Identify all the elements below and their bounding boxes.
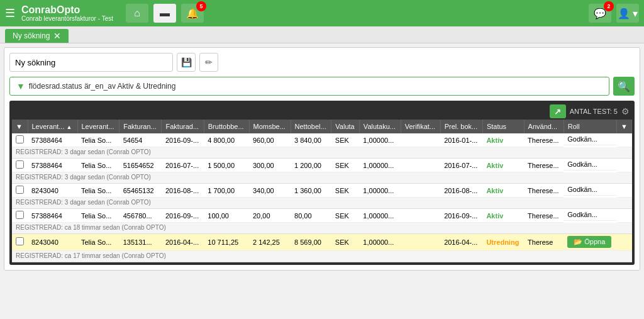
- row-vat: 2 142,25: [249, 234, 291, 251]
- row-expand[interactable]: [617, 184, 632, 198]
- chat-button[interactable]: 💬 2: [589, 4, 611, 23]
- col-leverant2[interactable]: Leverant...: [77, 120, 119, 133]
- row-gross: 4 800,00: [204, 133, 249, 147]
- row-invoice-date: 2016-04-...: [162, 234, 204, 251]
- save-search-button[interactable]: 💾: [177, 53, 196, 72]
- row-invoice-no: 456780...: [119, 209, 162, 223]
- row-role: Godkän...: [564, 209, 616, 221]
- col-leverant1[interactable]: Leverant... ▲: [28, 120, 77, 133]
- row-expand[interactable]: [617, 209, 632, 223]
- row-rate: 1,00000...: [359, 133, 401, 147]
- row-status: Aktiv: [482, 209, 524, 223]
- col-fakturan[interactable]: Fakturan...: [119, 120, 162, 133]
- row-rate: 1,00000...: [359, 209, 401, 223]
- open-button[interactable]: 📂 Öppna: [567, 236, 611, 248]
- row-leverant-id: 57388464: [28, 133, 77, 147]
- row-net: 1 200,00: [291, 159, 331, 172]
- row-select-cell[interactable]: [12, 209, 28, 223]
- table-header: ▼ Leverant... ▲ Leverant... Fakturan... …: [12, 120, 632, 133]
- col-roll[interactable]: Roll: [564, 120, 616, 133]
- export-button[interactable]: ↗: [550, 104, 566, 118]
- row-net: 3 840,00: [291, 133, 331, 147]
- row-invoice-date: 2016-08-...: [162, 184, 204, 198]
- row-select-cell[interactable]: [12, 133, 28, 147]
- filter-chip: ▼ flödesrad.status är_en_av Aktiv & Utre…: [9, 77, 609, 96]
- table-subrow: REGISTRERAD: ca 17 timmar sedan (Conrab …: [12, 250, 632, 262]
- row-company: Telia So...: [77, 133, 119, 147]
- count-label: ANTAL TEST: 5: [570, 108, 618, 115]
- col-select[interactable]: ▼: [12, 120, 28, 133]
- col-status[interactable]: Status: [482, 120, 524, 133]
- row-company: Telia So...: [77, 159, 119, 172]
- documents-button[interactable]: ▬: [153, 4, 176, 23]
- row-user: Therese...: [524, 209, 564, 223]
- row-currency: SEK: [331, 209, 360, 223]
- col-anvand[interactable]: Använd...: [524, 120, 564, 133]
- ny-sokning-tab[interactable]: Ny sökning ✕: [5, 29, 69, 43]
- top-navigation: ☰ ConrabOpto Conrab leverantörsfakturor …: [0, 0, 644, 26]
- row-user: Therese: [524, 234, 564, 251]
- row-gross: 100,00: [204, 209, 249, 223]
- col-fakturad[interactable]: Fakturad...: [162, 120, 204, 133]
- right-icon-group: 💬 2 👤 ▾: [589, 4, 639, 23]
- row-expand[interactable]: [617, 234, 632, 251]
- row-status: Aktiv: [482, 159, 524, 172]
- subrow-text: REGISTRERAD: 3 dagar sedan (Conrab OPTO): [12, 198, 632, 209]
- table-row: 57388464 Telia So... 51654652 2016-07-..…: [12, 159, 632, 172]
- brand-info: ConrabOpto Conrab leverantörsfakturor - …: [21, 4, 113, 23]
- row-gross: 1 700,00: [204, 184, 249, 198]
- tab-close-icon[interactable]: ✕: [53, 31, 61, 40]
- row-prebook: 2016-09-...: [440, 209, 482, 223]
- col-verifikat[interactable]: Verifikat...: [401, 120, 440, 133]
- row-select-cell[interactable]: [12, 159, 28, 172]
- search-name-input[interactable]: [9, 53, 173, 72]
- row-role: Godkän...: [564, 133, 616, 145]
- edit-search-button[interactable]: ✏: [199, 53, 218, 72]
- row-invoice-no: 54654: [119, 133, 162, 147]
- row-currency: SEK: [331, 159, 360, 172]
- row-company: Telia So...: [77, 234, 119, 251]
- results-table: ▼ Leverant... ▲ Leverant... Fakturan... …: [12, 120, 632, 262]
- hamburger-menu-icon[interactable]: ☰: [5, 6, 15, 20]
- search-header-row: 💾 ✏: [9, 53, 635, 72]
- row-rate: 1,00000...: [359, 184, 401, 198]
- row-vat: 960,00: [249, 133, 291, 147]
- filter-funnel-icon: ▼: [16, 81, 25, 91]
- row-rate: 1,00000...: [359, 234, 401, 251]
- row-prebook: 2016-07-...: [440, 159, 482, 172]
- user-button[interactable]: 👤 ▾: [616, 4, 639, 23]
- row-vat: 340,00: [249, 184, 291, 198]
- bell-button[interactable]: 🔔 5: [181, 4, 204, 23]
- bell-badge: 5: [196, 1, 206, 11]
- row-status: Aktiv: [482, 184, 524, 198]
- results-area: ↗ ANTAL TEST: 5 ⚙ ▼ Leverant... ▲ Levera…: [9, 101, 635, 265]
- row-expand[interactable]: [617, 133, 632, 147]
- search-execute-button[interactable]: 🔍: [613, 77, 635, 96]
- table-settings-icon[interactable]: ⚙: [621, 106, 630, 116]
- row-expand[interactable]: [617, 159, 632, 172]
- row-verify: [401, 159, 440, 172]
- row-currency: SEK: [331, 133, 360, 147]
- row-rate: 1,00000...: [359, 159, 401, 172]
- filter-text: flödesrad.status är_en_av Aktiv & Utredn…: [29, 82, 175, 91]
- row-currency: SEK: [331, 234, 360, 251]
- subrow-text: REGISTRERAD: ca 18 timmar sedan (Conrab …: [12, 223, 632, 234]
- table-row: 8243040 Telia So... 135131... 2016-04-..…: [12, 234, 632, 251]
- row-prebook: 2016-04-...: [440, 234, 482, 251]
- row-select-cell[interactable]: [12, 234, 28, 251]
- col-valutaku[interactable]: Valutaku...: [359, 120, 401, 133]
- row-select-cell[interactable]: [12, 184, 28, 198]
- row-role: Godkän...: [564, 184, 616, 196]
- col-valuta[interactable]: Valuta: [331, 120, 360, 133]
- col-momsbe[interactable]: Momsbe...: [249, 120, 291, 133]
- home-button[interactable]: ⌂: [126, 4, 148, 23]
- col-nettobel[interactable]: Nettobel...: [291, 120, 331, 133]
- col-prel-bok[interactable]: Prel. bok...: [440, 120, 482, 133]
- subrow-text: REGISTRERAD: 3 dagar sedan (Conrab OPTO): [12, 147, 632, 159]
- row-role: 📂 Öppna: [564, 234, 616, 250]
- col-bruttobbe[interactable]: Bruttobbe...: [204, 120, 249, 133]
- row-vat: 300,00: [249, 159, 291, 172]
- col-expand[interactable]: ▼: [617, 120, 632, 133]
- row-prebook: 2016-01-...: [440, 133, 482, 147]
- filter-row: ▼ flödesrad.status är_en_av Aktiv & Utre…: [9, 77, 635, 96]
